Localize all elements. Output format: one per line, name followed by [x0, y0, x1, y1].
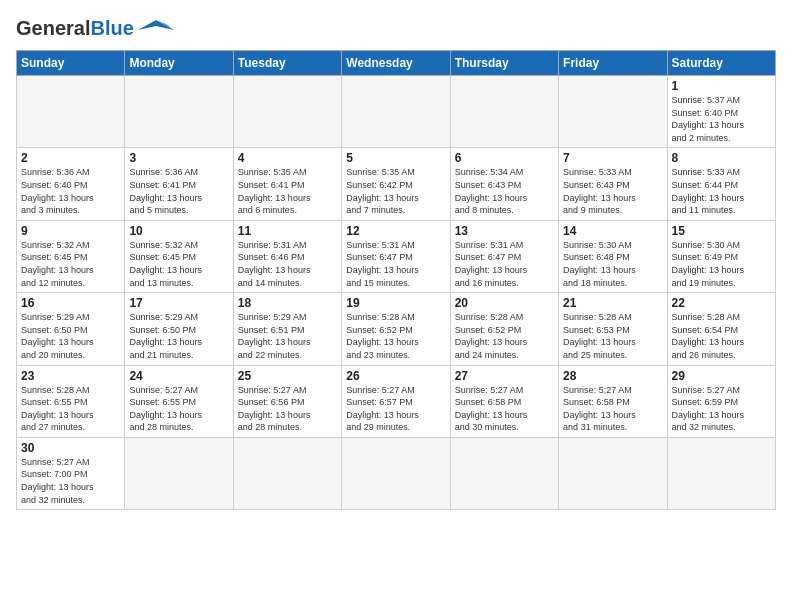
calendar-cell: 5Sunrise: 5:35 AM Sunset: 6:42 PM Daylig… — [342, 148, 450, 220]
day-number: 14 — [563, 224, 662, 238]
day-info: Sunrise: 5:27 AM Sunset: 6:58 PM Dayligh… — [563, 384, 662, 434]
day-info: Sunrise: 5:34 AM Sunset: 6:43 PM Dayligh… — [455, 166, 554, 216]
calendar-cell: 29Sunrise: 5:27 AM Sunset: 6:59 PM Dayli… — [667, 365, 775, 437]
day-info: Sunrise: 5:36 AM Sunset: 6:41 PM Dayligh… — [129, 166, 228, 216]
calendar-cell: 27Sunrise: 5:27 AM Sunset: 6:58 PM Dayli… — [450, 365, 558, 437]
day-number: 10 — [129, 224, 228, 238]
day-info: Sunrise: 5:32 AM Sunset: 6:45 PM Dayligh… — [21, 239, 120, 289]
calendar-cell — [667, 437, 775, 509]
calendar-cell: 3Sunrise: 5:36 AM Sunset: 6:41 PM Daylig… — [125, 148, 233, 220]
day-info: Sunrise: 5:27 AM Sunset: 6:55 PM Dayligh… — [129, 384, 228, 434]
calendar-cell: 16Sunrise: 5:29 AM Sunset: 6:50 PM Dayli… — [17, 293, 125, 365]
day-info: Sunrise: 5:30 AM Sunset: 6:48 PM Dayligh… — [563, 239, 662, 289]
calendar-week-row: 30Sunrise: 5:27 AM Sunset: 7:00 PM Dayli… — [17, 437, 776, 509]
calendar-cell: 21Sunrise: 5:28 AM Sunset: 6:53 PM Dayli… — [559, 293, 667, 365]
day-info: Sunrise: 5:35 AM Sunset: 6:42 PM Dayligh… — [346, 166, 445, 216]
calendar-cell: 25Sunrise: 5:27 AM Sunset: 6:56 PM Dayli… — [233, 365, 341, 437]
calendar-cell: 6Sunrise: 5:34 AM Sunset: 6:43 PM Daylig… — [450, 148, 558, 220]
calendar-cell — [450, 76, 558, 148]
calendar-cell — [342, 437, 450, 509]
calendar-cell: 10Sunrise: 5:32 AM Sunset: 6:45 PM Dayli… — [125, 220, 233, 292]
day-info: Sunrise: 5:28 AM Sunset: 6:52 PM Dayligh… — [346, 311, 445, 361]
calendar-week-row: 2Sunrise: 5:36 AM Sunset: 6:40 PM Daylig… — [17, 148, 776, 220]
day-info: Sunrise: 5:27 AM Sunset: 7:00 PM Dayligh… — [21, 456, 120, 506]
calendar-cell: 9Sunrise: 5:32 AM Sunset: 6:45 PM Daylig… — [17, 220, 125, 292]
day-number: 21 — [563, 296, 662, 310]
calendar-cell: 8Sunrise: 5:33 AM Sunset: 6:44 PM Daylig… — [667, 148, 775, 220]
calendar-cell: 12Sunrise: 5:31 AM Sunset: 6:47 PM Dayli… — [342, 220, 450, 292]
calendar-cell: 22Sunrise: 5:28 AM Sunset: 6:54 PM Dayli… — [667, 293, 775, 365]
day-number: 30 — [21, 441, 120, 455]
logo-general: General — [16, 17, 90, 39]
day-number: 22 — [672, 296, 771, 310]
logo-bird-icon — [138, 16, 174, 40]
calendar-week-row: 23Sunrise: 5:28 AM Sunset: 6:55 PM Dayli… — [17, 365, 776, 437]
day-info: Sunrise: 5:32 AM Sunset: 6:45 PM Dayligh… — [129, 239, 228, 289]
day-of-week-wednesday: Wednesday — [342, 51, 450, 76]
day-of-week-monday: Monday — [125, 51, 233, 76]
day-info: Sunrise: 5:37 AM Sunset: 6:40 PM Dayligh… — [672, 94, 771, 144]
day-number: 20 — [455, 296, 554, 310]
calendar-cell — [125, 76, 233, 148]
day-number: 18 — [238, 296, 337, 310]
day-info: Sunrise: 5:28 AM Sunset: 6:53 PM Dayligh… — [563, 311, 662, 361]
calendar-cell: 1Sunrise: 5:37 AM Sunset: 6:40 PM Daylig… — [667, 76, 775, 148]
calendar-cell: 20Sunrise: 5:28 AM Sunset: 6:52 PM Dayli… — [450, 293, 558, 365]
day-info: Sunrise: 5:36 AM Sunset: 6:40 PM Dayligh… — [21, 166, 120, 216]
day-info: Sunrise: 5:27 AM Sunset: 6:59 PM Dayligh… — [672, 384, 771, 434]
day-of-week-saturday: Saturday — [667, 51, 775, 76]
day-number: 7 — [563, 151, 662, 165]
day-info: Sunrise: 5:33 AM Sunset: 6:44 PM Dayligh… — [672, 166, 771, 216]
day-number: 12 — [346, 224, 445, 238]
calendar-cell: 14Sunrise: 5:30 AM Sunset: 6:48 PM Dayli… — [559, 220, 667, 292]
calendar-cell — [125, 437, 233, 509]
calendar-week-row: 9Sunrise: 5:32 AM Sunset: 6:45 PM Daylig… — [17, 220, 776, 292]
calendar-cell: 19Sunrise: 5:28 AM Sunset: 6:52 PM Dayli… — [342, 293, 450, 365]
calendar-header-row: SundayMondayTuesdayWednesdayThursdayFrid… — [17, 51, 776, 76]
day-of-week-sunday: Sunday — [17, 51, 125, 76]
day-info: Sunrise: 5:28 AM Sunset: 6:54 PM Dayligh… — [672, 311, 771, 361]
calendar-cell: 28Sunrise: 5:27 AM Sunset: 6:58 PM Dayli… — [559, 365, 667, 437]
day-info: Sunrise: 5:30 AM Sunset: 6:49 PM Dayligh… — [672, 239, 771, 289]
calendar-cell — [559, 437, 667, 509]
calendar-cell — [450, 437, 558, 509]
day-info: Sunrise: 5:27 AM Sunset: 6:58 PM Dayligh… — [455, 384, 554, 434]
header: GeneralBlue — [16, 16, 776, 40]
day-number: 28 — [563, 369, 662, 383]
calendar-cell: 2Sunrise: 5:36 AM Sunset: 6:40 PM Daylig… — [17, 148, 125, 220]
calendar-cell: 4Sunrise: 5:35 AM Sunset: 6:41 PM Daylig… — [233, 148, 341, 220]
day-info: Sunrise: 5:28 AM Sunset: 6:52 PM Dayligh… — [455, 311, 554, 361]
day-info: Sunrise: 5:33 AM Sunset: 6:43 PM Dayligh… — [563, 166, 662, 216]
calendar-cell: 17Sunrise: 5:29 AM Sunset: 6:50 PM Dayli… — [125, 293, 233, 365]
calendar-cell: 13Sunrise: 5:31 AM Sunset: 6:47 PM Dayli… — [450, 220, 558, 292]
calendar-cell — [17, 76, 125, 148]
day-number: 15 — [672, 224, 771, 238]
calendar-cell: 30Sunrise: 5:27 AM Sunset: 7:00 PM Dayli… — [17, 437, 125, 509]
day-number: 24 — [129, 369, 228, 383]
day-info: Sunrise: 5:27 AM Sunset: 6:57 PM Dayligh… — [346, 384, 445, 434]
day-info: Sunrise: 5:31 AM Sunset: 6:47 PM Dayligh… — [455, 239, 554, 289]
calendar-cell: 15Sunrise: 5:30 AM Sunset: 6:49 PM Dayli… — [667, 220, 775, 292]
day-number: 26 — [346, 369, 445, 383]
day-of-week-friday: Friday — [559, 51, 667, 76]
calendar-cell — [559, 76, 667, 148]
calendar-cell: 18Sunrise: 5:29 AM Sunset: 6:51 PM Dayli… — [233, 293, 341, 365]
day-info: Sunrise: 5:29 AM Sunset: 6:50 PM Dayligh… — [129, 311, 228, 361]
calendar-cell — [233, 437, 341, 509]
day-number: 4 — [238, 151, 337, 165]
day-number: 25 — [238, 369, 337, 383]
day-number: 6 — [455, 151, 554, 165]
day-number: 8 — [672, 151, 771, 165]
day-number: 13 — [455, 224, 554, 238]
day-number: 2 — [21, 151, 120, 165]
day-number: 11 — [238, 224, 337, 238]
day-info: Sunrise: 5:35 AM Sunset: 6:41 PM Dayligh… — [238, 166, 337, 216]
day-number: 29 — [672, 369, 771, 383]
day-info: Sunrise: 5:31 AM Sunset: 6:47 PM Dayligh… — [346, 239, 445, 289]
logo: GeneralBlue — [16, 16, 174, 40]
day-number: 17 — [129, 296, 228, 310]
day-info: Sunrise: 5:28 AM Sunset: 6:55 PM Dayligh… — [21, 384, 120, 434]
day-number: 19 — [346, 296, 445, 310]
day-info: Sunrise: 5:29 AM Sunset: 6:50 PM Dayligh… — [21, 311, 120, 361]
calendar-cell: 7Sunrise: 5:33 AM Sunset: 6:43 PM Daylig… — [559, 148, 667, 220]
